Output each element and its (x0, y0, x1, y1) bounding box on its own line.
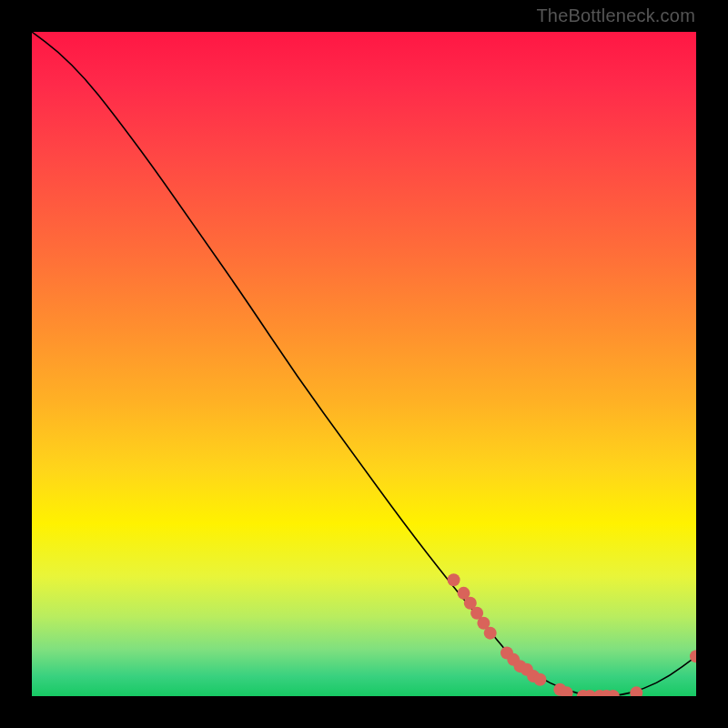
marker-dot (630, 686, 642, 696)
chart-svg (32, 32, 696, 696)
marker-dot (484, 627, 497, 640)
marker-dot (533, 673, 546, 686)
marker-dots (448, 573, 696, 696)
series-curve (32, 32, 696, 696)
chart-frame: TheBottleneck.com (0, 0, 728, 728)
marker-dot (448, 573, 460, 586)
plot-area (32, 32, 696, 696)
watermark-text: TheBottleneck.com (536, 5, 695, 26)
